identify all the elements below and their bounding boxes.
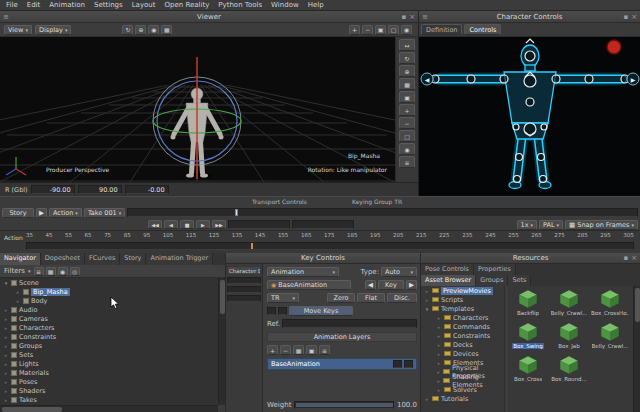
view-option-icon[interactable]: + bbox=[349, 25, 360, 35]
layer-tool-icon[interactable]: ▦ bbox=[293, 345, 304, 355]
resources-tab[interactable]: Asset Browser bbox=[421, 275, 476, 286]
flat-button[interactable]: Flat bbox=[357, 293, 385, 303]
tree-row[interactable]: Characters bbox=[0, 323, 218, 332]
layer-tool-icon[interactable]: ≡ bbox=[319, 345, 330, 355]
tree-row[interactable]: Scene bbox=[0, 278, 218, 287]
key-button[interactable]: Key bbox=[378, 280, 404, 290]
display-dropdown[interactable]: Display ▾ bbox=[35, 25, 71, 35]
key-option-box[interactable] bbox=[267, 307, 276, 315]
navigator-tab[interactable]: Story bbox=[120, 253, 146, 265]
expander-icon[interactable] bbox=[3, 397, 9, 403]
key-type-dropdown[interactable]: Auto ▾ bbox=[381, 267, 417, 277]
expander-icon[interactable] bbox=[3, 316, 9, 322]
animation-menu-dropdown[interactable]: Animation ▾ bbox=[267, 267, 339, 277]
expander-icon[interactable] bbox=[3, 352, 9, 358]
viewport-tool-icon[interactable]: ≡ bbox=[399, 156, 415, 168]
view-option-icon[interactable]: ▣ bbox=[375, 25, 386, 35]
folder-row[interactable]: Decks bbox=[421, 340, 504, 349]
layer-mute-toggle[interactable] bbox=[393, 360, 402, 368]
folder-row[interactable]: Scripts bbox=[421, 295, 504, 304]
discontinuity-button[interactable]: Disc. bbox=[387, 293, 417, 303]
expander-icon[interactable] bbox=[436, 315, 442, 321]
tree-row[interactable]: Audio bbox=[0, 305, 218, 314]
menu-item[interactable]: Open Reality bbox=[164, 1, 209, 10]
filter-tool-icon[interactable]: ◉ bbox=[58, 267, 68, 276]
viewport-3d[interactable]: Producer Perspective Rotation: Like mani… bbox=[0, 37, 395, 182]
viewport-tool-icon[interactable]: ▢ bbox=[399, 130, 415, 142]
chevron-down-icon[interactable]: ▾ bbox=[28, 268, 31, 274]
viewport-tool-icon[interactable]: ▣ bbox=[399, 91, 415, 103]
transport-button[interactable]: ◀◀ bbox=[148, 220, 162, 229]
prev-key-button[interactable]: ◀ bbox=[365, 280, 376, 290]
expander-icon[interactable] bbox=[3, 325, 9, 331]
folder-row[interactable]: Devices bbox=[421, 349, 504, 358]
expander-icon[interactable] bbox=[424, 297, 430, 303]
menu-item[interactable]: Settings bbox=[94, 1, 123, 10]
transport-button[interactable]: ■ bbox=[180, 220, 194, 229]
folder-label[interactable]: Tutorials bbox=[441, 395, 468, 403]
transport-button[interactable]: ▶ bbox=[196, 220, 210, 229]
record-indicator-icon[interactable] bbox=[607, 40, 621, 54]
tree-row-label[interactable]: Scene bbox=[19, 279, 39, 287]
tree-row-label[interactable]: Constraints bbox=[19, 333, 56, 341]
character-rig-view[interactable]: ◀ ▶ bbox=[419, 37, 640, 196]
folder-label[interactable]: Commands bbox=[453, 323, 490, 331]
reference-field[interactable] bbox=[282, 319, 417, 328]
folder-row[interactable]: Shading Elements bbox=[421, 376, 504, 385]
transport-button[interactable]: ▶▶ bbox=[212, 220, 226, 229]
rig-next-button[interactable]: ▶ bbox=[627, 73, 639, 85]
close-icon[interactable]: × bbox=[409, 11, 415, 23]
folder-row[interactable]: Characters bbox=[421, 313, 504, 322]
character-rig-canvas[interactable]: ◀ ▶ bbox=[419, 37, 640, 196]
tree-row[interactable]: Constraints bbox=[0, 332, 218, 341]
animation-layer-row[interactable]: BaseAnimation bbox=[267, 358, 417, 370]
weight-slider[interactable] bbox=[294, 401, 394, 409]
tree-row-label[interactable]: Bip_Masha bbox=[31, 288, 70, 296]
asset-item[interactable]: Box_Cross bbox=[509, 355, 547, 382]
character-slot[interactable] bbox=[227, 286, 261, 293]
asset-item[interactable]: Belly_Crawl... bbox=[591, 322, 629, 349]
tree-row-label[interactable]: Takes bbox=[19, 396, 37, 404]
panel-dot-icon[interactable]: ▪ bbox=[623, 11, 628, 23]
tree-row-label[interactable]: Characters bbox=[19, 324, 54, 332]
expander-icon[interactable] bbox=[3, 334, 9, 340]
folder-row[interactable]: Commands bbox=[421, 322, 504, 331]
menu-item[interactable]: Edit bbox=[27, 1, 41, 10]
expander-icon[interactable] bbox=[3, 370, 9, 376]
asset-item[interactable]: Belly_Crawl... bbox=[550, 289, 588, 316]
expander-icon[interactable] bbox=[436, 324, 442, 330]
resources-vscrollbar[interactable] bbox=[633, 286, 640, 412]
navigator-tab[interactable]: Navigator bbox=[0, 253, 41, 265]
expander-icon[interactable] bbox=[3, 388, 9, 394]
viewport-tool-icon[interactable]: ↻ bbox=[399, 52, 415, 64]
menu-item[interactable]: File bbox=[6, 1, 18, 10]
manipulator-mode-icon[interactable]: ⊕ bbox=[135, 25, 146, 35]
timeline-ticks[interactable]: 3545556575859510511512513514515516517518… bbox=[26, 232, 634, 241]
view-option-icon[interactable]: − bbox=[362, 25, 373, 35]
navigator-tab[interactable]: Animation Trigger bbox=[146, 253, 213, 265]
expander-icon[interactable] bbox=[3, 307, 9, 313]
tree-row[interactable]: Lights bbox=[0, 359, 218, 368]
close-icon[interactable]: × bbox=[631, 253, 637, 264]
tree-row[interactable]: Materials bbox=[0, 368, 218, 377]
story-button[interactable]: Story bbox=[2, 208, 34, 218]
navigator-tab[interactable]: FCurves bbox=[85, 253, 120, 265]
folder-label[interactable]: Decks bbox=[453, 341, 473, 349]
menu-item[interactable]: Layout bbox=[132, 1, 156, 10]
layer-tool-icon[interactable]: ▣ bbox=[306, 345, 317, 355]
expander-icon[interactable] bbox=[3, 343, 9, 349]
expander-icon[interactable] bbox=[3, 361, 9, 367]
tree-row[interactable]: Shaders bbox=[0, 386, 218, 395]
expander-icon[interactable] bbox=[424, 396, 430, 402]
folder-label[interactable]: Characters bbox=[453, 314, 488, 322]
expander-icon[interactable] bbox=[15, 289, 21, 295]
snap-dropdown[interactable]: ▦ Snap on Frames ▾ bbox=[565, 220, 638, 230]
playback-speed-dropdown[interactable]: 1x ▾ bbox=[517, 220, 538, 230]
character-controls-tab[interactable]: Definition bbox=[421, 24, 462, 35]
tree-row[interactable]: Poses bbox=[0, 377, 218, 386]
viewport-tool-icon[interactable]: ◉ bbox=[399, 143, 415, 155]
move-keys-button[interactable]: Move Keys bbox=[289, 306, 353, 316]
menu-item[interactable]: Window bbox=[271, 1, 299, 10]
tree-row-label[interactable]: Cameras bbox=[19, 315, 48, 323]
expander-icon[interactable] bbox=[3, 379, 9, 385]
